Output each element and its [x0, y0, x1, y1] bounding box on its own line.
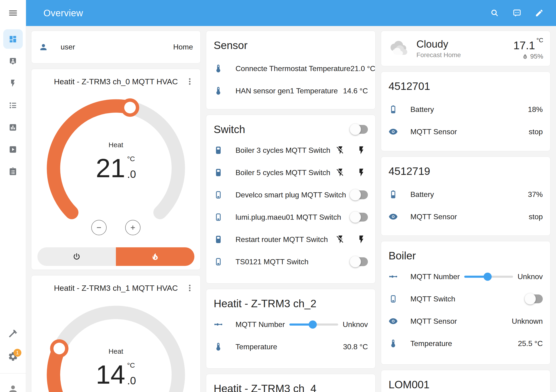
entity-value: stop — [529, 128, 543, 136]
thermostat-card-ch0: Heatit - Z-TRM3 ch_0 MQTT HVAC Heat 21 — [31, 69, 201, 270]
entity-label: MQTT Number — [410, 272, 460, 281]
entity-row[interactable]: lumi.plug.maeu01 MQTT Switch — [214, 206, 368, 228]
thermostat-dial[interactable]: Heat 14 °C .0 — [42, 300, 190, 392]
entity-row[interactable]: Temperature 30.8 °C — [214, 336, 368, 358]
water-percent-icon — [522, 53, 528, 60]
thermometer-icon — [214, 342, 223, 351]
entity-value: 25.5 °C — [518, 339, 543, 348]
user-entity-value: Home — [173, 43, 193, 51]
switch-group-toggle[interactable] — [350, 124, 368, 135]
entity-row[interactable]: TS0121 MQTT Switch — [214, 251, 368, 273]
battery-icon — [389, 105, 398, 114]
device-4512701-card: 4512701 Battery 18% MQTT Sensor stop — [381, 71, 550, 151]
weather-forecast-card[interactable]: Cloudy Forecast Home 17.1°C 95% — [381, 31, 550, 66]
entity-row[interactable]: HAN sensor gen1 Temperature 14.6 °C — [214, 80, 368, 102]
slider-knob[interactable] — [309, 321, 317, 329]
hvac-mode-label: Heat — [42, 347, 190, 355]
sidebar-item-energy[interactable] — [3, 73, 23, 93]
temperature-whole: 14 — [96, 361, 125, 388]
sidebar-item-overview[interactable] — [3, 29, 23, 49]
entity-toggle[interactable] — [350, 189, 368, 200]
topbar-actions — [490, 8, 556, 17]
search-icon[interactable] — [490, 8, 499, 17]
card-title: Heatit - Z-TRM3 ch_2 — [214, 289, 368, 310]
entity-toggle[interactable] — [350, 256, 368, 267]
card-title: Boiler — [389, 241, 543, 262]
main-area: Overview user Home Heatit - Z-TRM3 ch_0 … — [26, 0, 556, 392]
weather-name: Forecast Home — [417, 51, 461, 59]
flash-off-icon[interactable] — [336, 235, 345, 244]
hvac-mode-selector — [37, 247, 194, 266]
column-1: user Home Heatit - Z-TRM3 ch_0 MQTT HVAC — [31, 31, 201, 387]
entity-label: MQTT Sensor — [410, 128, 457, 136]
user-entity-card[interactable]: user Home — [31, 31, 201, 63]
heatit-ch2-card: Heatit - Z-TRM3 ch_2 MQTT Number Unknov … — [206, 289, 376, 369]
lightning-bolt-icon — [8, 79, 17, 88]
more-options-icon[interactable] — [185, 283, 194, 292]
entity-row[interactable]: Battery 37% — [389, 183, 543, 206]
target-temperature: 21 °C .0 — [42, 154, 190, 182]
card-title: LOM001 — [389, 370, 543, 391]
flash-off-icon[interactable] — [336, 146, 345, 155]
entity-label: HAN sensor gen1 Temperature — [235, 87, 338, 95]
entity-row[interactable]: MQTT Sensor stop — [389, 206, 543, 228]
entity-row[interactable]: Connecte Thermostat Temperature 21.0 °C — [214, 57, 368, 80]
entity-value: 21.0 °C — [350, 64, 375, 73]
lom001-card: LOM001 — [381, 370, 550, 392]
entity-row[interactable]: Temperature 25.5 °C — [389, 332, 543, 355]
hvac-mode-off-button[interactable] — [37, 247, 116, 266]
entity-row[interactable]: Boiler 5 cycles MQTT Switch — [214, 161, 368, 184]
sidebar-menu-button[interactable] — [0, 0, 26, 26]
thermostat-dial[interactable]: Heat 21 °C .0 — [42, 94, 190, 243]
assist-chat-icon[interactable] — [513, 8, 521, 17]
home-assistant-app: 1 Overview user Home — [0, 0, 556, 392]
settings-notification-badge: 1 — [14, 349, 21, 357]
account-icon — [39, 43, 48, 52]
entity-label: MQTT Switch — [410, 295, 455, 303]
slider-knob[interactable] — [484, 273, 492, 281]
sidebar-user-avatar[interactable] — [0, 384, 26, 392]
entity-row[interactable]: MQTT Sensor Unknown — [389, 310, 543, 332]
flash-off-icon[interactable] — [336, 168, 345, 177]
hvac-mode-heat-button[interactable] — [116, 247, 194, 266]
sidebar-item-settings[interactable] — [0, 351, 26, 361]
chart-box-icon — [8, 123, 17, 132]
entity-value: stop — [529, 213, 543, 221]
sidebar-divider — [0, 373, 26, 373]
temperature-whole: 21 — [96, 154, 125, 182]
temp-decrease-button[interactable] — [91, 220, 107, 235]
boiler-card: Boiler MQTT Number Unknov MQTT Switch — [381, 241, 550, 365]
number-slider[interactable] — [289, 320, 338, 329]
entity-value: 37% — [528, 190, 543, 199]
entity-label: TS0121 MQTT Switch — [235, 258, 309, 266]
entity-row[interactable]: Develco smart plug MQTT Switch — [214, 184, 368, 206]
entity-toggle[interactable] — [350, 212, 368, 223]
entity-row[interactable]: Battery 18% — [389, 98, 543, 121]
flash-icon[interactable] — [357, 235, 366, 244]
sidebar-item-developer-tools[interactable] — [0, 329, 26, 338]
sidebar-item-media[interactable] — [3, 139, 23, 159]
entity-row[interactable]: MQTT Number Unknov — [214, 313, 368, 336]
more-options-icon[interactable] — [185, 77, 194, 86]
sidebar: 1 — [0, 0, 26, 392]
entity-row[interactable]: MQTT Number Unknov — [389, 265, 543, 288]
page-title: Overview — [43, 8, 83, 18]
entity-row[interactable]: Boiler 3 cycles MQTT Switch — [214, 139, 368, 161]
badge-account-icon — [8, 57, 17, 65]
flash-icon[interactable] — [357, 146, 366, 155]
entity-row[interactable]: MQTT Sensor stop — [389, 121, 543, 143]
temp-increase-button[interactable] — [125, 220, 140, 235]
switch-on-icon — [214, 235, 223, 244]
entity-row[interactable]: Restart router MQTT Switch — [214, 228, 368, 251]
sidebar-item-logbook[interactable] — [3, 95, 23, 115]
clipboard-list-icon — [8, 167, 17, 176]
sidebar-item-badges[interactable] — [3, 51, 23, 71]
number-slider[interactable] — [464, 272, 513, 281]
sidebar-item-todo[interactable] — [3, 162, 23, 181]
edit-pencil-icon[interactable] — [535, 8, 544, 17]
entity-toggle[interactable] — [525, 293, 543, 304]
flash-icon[interactable] — [357, 168, 366, 177]
entity-row[interactable]: MQTT Switch — [389, 288, 543, 310]
sidebar-item-history[interactable] — [3, 117, 23, 137]
hvac-mode-label: Heat — [42, 141, 190, 149]
